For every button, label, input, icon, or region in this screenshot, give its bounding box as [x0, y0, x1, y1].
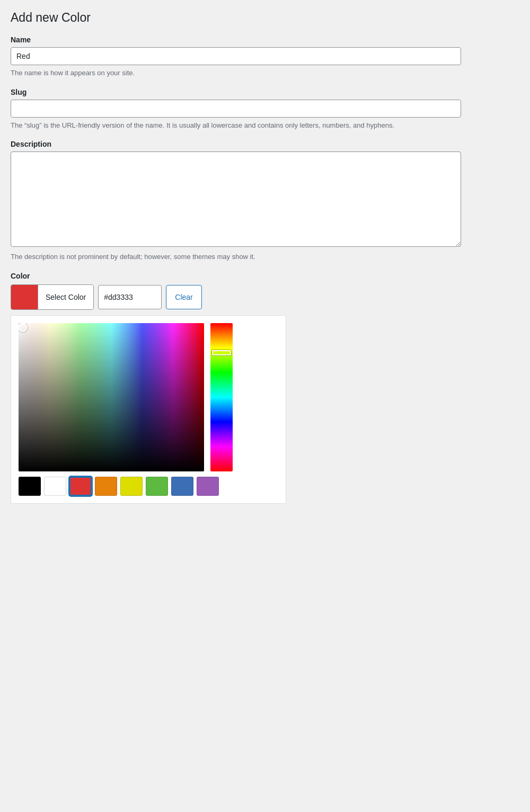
swatch-yellow[interactable] [120, 477, 143, 496]
color-picker-top [19, 323, 278, 471]
swatch-blue[interactable] [171, 477, 193, 496]
swatch-purple[interactable] [197, 477, 219, 496]
slug-label: Slug [11, 88, 472, 96]
name-hint: The name is how it appears on your site. [11, 68, 472, 78]
name-input[interactable] [11, 47, 461, 65]
slug-input[interactable] [11, 100, 461, 118]
name-label: Name [11, 35, 472, 44]
slug-hint: The “slug” is the URL-friendly version o… [11, 120, 472, 131]
color-label: Color [11, 272, 472, 280]
description-label: Description [11, 140, 472, 148]
swatch-green[interactable] [146, 477, 168, 496]
description-hint: The description is not prominent by defa… [11, 252, 472, 262]
color-clear-button[interactable]: Clear [166, 285, 201, 309]
description-input[interactable] [11, 151, 461, 247]
swatch-orange[interactable] [95, 477, 117, 496]
page-title: Add new Color [11, 11, 472, 25]
color-swatch-preview [11, 285, 38, 309]
swatch-white[interactable] [44, 477, 66, 496]
name-field-group: Name The name is how it appears on your … [11, 35, 472, 78]
select-color-label: Select Color [38, 285, 93, 309]
color-hue-strip[interactable] [210, 323, 233, 471]
gradient-black-overlay [19, 323, 204, 471]
slug-field-group: Slug The “slug” is the URL-friendly vers… [11, 88, 472, 131]
color-gradient-area[interactable] [19, 323, 204, 471]
color-picker-row: Select Color Clear [11, 284, 472, 310]
description-field-group: Description The description is not promi… [11, 140, 472, 262]
swatch-red[interactable] [69, 477, 92, 496]
page-container: Add new Color Name The name is how it ap… [11, 11, 472, 504]
swatch-black[interactable] [19, 477, 41, 496]
color-hex-input[interactable] [98, 285, 162, 309]
select-color-button[interactable]: Select Color [11, 284, 94, 310]
color-picker-panel [11, 315, 286, 504]
color-swatches-row [19, 477, 278, 496]
hue-gradient [210, 323, 233, 471]
color-field-group: Color Select Color Clear [11, 272, 472, 504]
